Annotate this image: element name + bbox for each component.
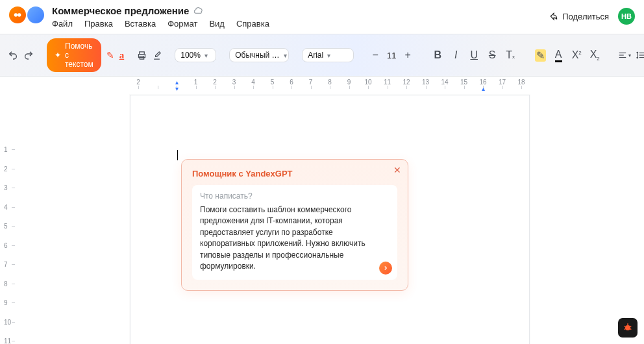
ai-assistant-popup: ✕ Помощник с YandexGPT Что написать? Пом… xyxy=(181,159,408,291)
superscript-button[interactable]: X2 xyxy=(568,47,585,64)
report-bug-button[interactable] xyxy=(618,318,638,338)
chevron-down-icon: ▾ xyxy=(204,52,208,59)
ai-prompt-input[interactable]: Что написать? Помоги составить шаблон ко… xyxy=(192,185,397,280)
ai-prompt-text: Помоги составить шаблон коммерческого пр… xyxy=(200,204,390,272)
menu-edit[interactable]: Правка xyxy=(84,19,113,29)
menu-insert[interactable]: Вставка xyxy=(125,19,156,29)
user-avatar[interactable]: НВ xyxy=(618,8,635,25)
font-family-value: Arial xyxy=(308,51,323,60)
subscript-button[interactable]: X2 xyxy=(586,47,603,64)
underline-button[interactable]: U xyxy=(465,47,482,64)
bug-icon xyxy=(623,323,633,333)
text-color-button[interactable]: a xyxy=(119,47,125,64)
share-label: Поделиться xyxy=(562,12,609,21)
ai-send-button[interactable] xyxy=(379,262,392,275)
sparkle-icon: ✦ xyxy=(55,51,61,60)
paragraph-style-select[interactable]: Обычный … ▾ xyxy=(229,48,289,62)
align-left-button[interactable]: ▾ xyxy=(616,47,633,64)
chevron-down-icon: ▾ xyxy=(628,53,631,58)
document-canvas[interactable]: ✕ Помощник с YandexGPT Что написать? Пом… xyxy=(18,91,644,344)
magic-format-button[interactable]: ✎ xyxy=(106,47,114,64)
highlight-color-button[interactable]: ✎ xyxy=(532,47,549,64)
svg-point-0 xyxy=(14,13,18,16)
strikethrough-button[interactable]: S xyxy=(484,47,501,64)
close-icon[interactable]: ✕ xyxy=(393,165,401,175)
svg-line-32 xyxy=(630,326,631,326)
svg-line-34 xyxy=(630,328,631,329)
paragraph-style-value: Обычный … xyxy=(235,51,279,60)
menu-help[interactable]: Справка xyxy=(236,19,269,29)
chevron-down-icon: ▾ xyxy=(284,52,287,59)
ai-prompt-placeholder: Что написать? xyxy=(200,191,390,201)
ai-popup-title: Помощник с YandexGPT xyxy=(192,169,397,178)
header-right: Поделиться НВ xyxy=(549,5,635,25)
redo-button[interactable] xyxy=(23,47,34,64)
zoom-select[interactable]: 100% ▾ xyxy=(175,48,216,62)
vertical-ruler[interactable]: 1234567891011 xyxy=(0,91,19,344)
menu-file[interactable]: Файл xyxy=(52,19,73,29)
font-size-value[interactable]: 11 xyxy=(386,51,397,60)
text-cursor xyxy=(177,150,178,160)
menu-format[interactable]: Формат xyxy=(167,19,197,29)
share-button[interactable]: Поделиться xyxy=(549,12,609,21)
font-color-button[interactable]: A xyxy=(550,47,567,64)
italic-button[interactable]: I xyxy=(447,47,464,64)
line-spacing-button[interactable]: ▾ xyxy=(634,47,644,64)
title-block: Коммерческое предложение Файл Правка Вст… xyxy=(52,5,541,29)
highlight-icon: ✎ xyxy=(535,49,546,62)
font-family-select[interactable]: Arial ▾ xyxy=(302,48,354,62)
document-title[interactable]: Коммерческое предложение xyxy=(52,5,189,16)
paint-format-button[interactable] xyxy=(152,47,162,64)
svg-line-33 xyxy=(625,328,626,329)
share-icon xyxy=(549,12,558,21)
bold-button[interactable]: B xyxy=(429,47,446,64)
horizontal-ruler[interactable]: 2123456789101112131415161718▾▴▴ xyxy=(18,77,644,92)
page[interactable]: ✕ Помощник с YandexGPT Что написать? Пом… xyxy=(130,95,530,344)
font-size-stepper: − 11 + xyxy=(367,47,416,64)
svg-point-29 xyxy=(625,325,630,330)
ai-help-label: Помочь с текстом xyxy=(65,42,93,69)
service-switcher-icon[interactable] xyxy=(27,6,44,23)
text-color-icon: a xyxy=(119,50,125,61)
svg-point-1 xyxy=(18,13,21,16)
chevron-right-icon xyxy=(382,265,389,271)
undo-button[interactable] xyxy=(8,47,18,64)
ai-help-button[interactable]: ✦ Помочь с текстом xyxy=(47,38,101,72)
zoom-value: 100% xyxy=(180,51,201,60)
workspace: 2123456789101112131415161718▾▴▴ 12345678… xyxy=(0,77,644,344)
font-size-decrease-button[interactable]: − xyxy=(367,47,384,64)
cloud-sync-icon xyxy=(194,6,204,16)
menubar: Файл Правка Вставка Формат Вид Справка xyxy=(52,19,541,29)
magic-wand-icon: ✎ xyxy=(106,50,114,60)
logo-group xyxy=(9,5,44,23)
clear-formatting-button[interactable]: Tx xyxy=(502,47,519,64)
svg-line-31 xyxy=(625,326,626,326)
chevron-down-icon: ▾ xyxy=(327,52,330,59)
app-logo-icon[interactable] xyxy=(9,6,26,23)
toolbar: ✦ Помочь с текстом ✎ a 100% ▾ Обычный … … xyxy=(0,34,644,77)
font-size-increase-button[interactable]: + xyxy=(399,47,416,64)
print-button[interactable] xyxy=(137,47,147,64)
menu-view[interactable]: Вид xyxy=(209,19,225,29)
app-header: Коммерческое предложение Файл Правка Вст… xyxy=(0,0,644,29)
